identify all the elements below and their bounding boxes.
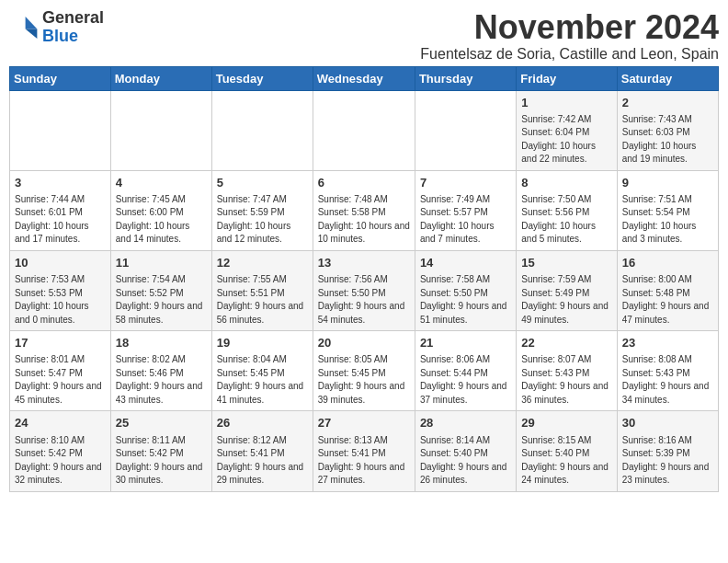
day-info: Sunrise: 8:16 AM Sunset: 5:39 PM Dayligh…: [622, 434, 713, 488]
day-number: 30: [622, 415, 713, 431]
day-number: 20: [318, 335, 410, 351]
day-info: Sunrise: 8:02 AM Sunset: 5:46 PM Dayligh…: [116, 353, 207, 407]
calendar-cell: 25Sunrise: 8:11 AM Sunset: 5:42 PM Dayli…: [110, 411, 211, 491]
calendar-week-row: 24Sunrise: 8:10 AM Sunset: 5:42 PM Dayli…: [10, 411, 719, 491]
calendar-week-row: 10Sunrise: 7:53 AM Sunset: 5:53 PM Dayli…: [10, 250, 719, 330]
day-info: Sunrise: 7:43 AM Sunset: 6:03 PM Dayligh…: [622, 113, 713, 167]
day-info: Sunrise: 7:59 AM Sunset: 5:49 PM Dayligh…: [521, 273, 611, 327]
calendar-cell: 3Sunrise: 7:44 AM Sunset: 6:01 PM Daylig…: [10, 170, 111, 250]
day-info: Sunrise: 7:56 AM Sunset: 5:50 PM Dayligh…: [318, 273, 410, 327]
weekday-header: Tuesday: [211, 66, 313, 90]
calendar-cell: 9Sunrise: 7:51 AM Sunset: 5:54 PM Daylig…: [617, 170, 718, 250]
calendar-cell: [211, 90, 313, 170]
svg-marker-0: [26, 17, 38, 29]
day-info: Sunrise: 7:49 AM Sunset: 5:57 PM Dayligh…: [420, 193, 511, 247]
calendar-cell: 19Sunrise: 8:04 AM Sunset: 5:45 PM Dayli…: [211, 331, 313, 411]
logo: General Blue: [9, 9, 104, 46]
day-info: Sunrise: 7:47 AM Sunset: 5:59 PM Dayligh…: [217, 193, 308, 247]
calendar-cell: 21Sunrise: 8:06 AM Sunset: 5:44 PM Dayli…: [415, 331, 516, 411]
weekday-header: Wednesday: [313, 66, 415, 90]
day-info: Sunrise: 8:14 AM Sunset: 5:40 PM Dayligh…: [420, 434, 511, 488]
calendar-cell: 20Sunrise: 8:05 AM Sunset: 5:45 PM Dayli…: [313, 331, 415, 411]
day-info: Sunrise: 8:08 AM Sunset: 5:43 PM Dayligh…: [622, 353, 713, 407]
weekday-header-row: SundayMondayTuesdayWednesdayThursdayFrid…: [10, 66, 719, 90]
day-number: 6: [318, 175, 410, 191]
day-number: 29: [521, 415, 611, 431]
day-number: 1: [521, 95, 611, 111]
title-area: November 2024 Fuentelsaz de Soria, Casti…: [420, 9, 719, 63]
day-number: 17: [15, 335, 106, 351]
day-info: Sunrise: 8:10 AM Sunset: 5:42 PM Dayligh…: [15, 434, 106, 488]
calendar-week-row: 3Sunrise: 7:44 AM Sunset: 6:01 PM Daylig…: [10, 170, 719, 250]
day-number: 18: [116, 335, 207, 351]
calendar-cell: 1Sunrise: 7:42 AM Sunset: 6:04 PM Daylig…: [517, 90, 617, 170]
day-info: Sunrise: 8:11 AM Sunset: 5:42 PM Dayligh…: [116, 434, 207, 488]
calendar-cell: 24Sunrise: 8:10 AM Sunset: 5:42 PM Dayli…: [10, 411, 111, 491]
day-number: 19: [217, 335, 308, 351]
day-number: 3: [15, 175, 106, 191]
day-number: 12: [217, 255, 308, 271]
month-year-title: November 2024: [420, 9, 719, 46]
day-info: Sunrise: 7:58 AM Sunset: 5:50 PM Dayligh…: [420, 273, 511, 327]
page-header: General Blue November 2024 Fuentelsaz de…: [9, 9, 719, 63]
day-number: 13: [318, 255, 410, 271]
calendar-week-row: 17Sunrise: 8:01 AM Sunset: 5:47 PM Dayli…: [10, 331, 719, 411]
calendar-cell: 16Sunrise: 8:00 AM Sunset: 5:48 PM Dayli…: [617, 250, 718, 330]
calendar-cell: 13Sunrise: 7:56 AM Sunset: 5:50 PM Dayli…: [313, 250, 415, 330]
day-number: 8: [521, 175, 611, 191]
day-number: 4: [116, 175, 207, 191]
day-number: 5: [217, 175, 308, 191]
calendar-cell: 22Sunrise: 8:07 AM Sunset: 5:43 PM Dayli…: [517, 331, 617, 411]
calendar-cell: [10, 90, 111, 170]
day-info: Sunrise: 7:50 AM Sunset: 5:56 PM Dayligh…: [521, 193, 611, 247]
day-number: 14: [420, 255, 511, 271]
day-number: 2: [622, 95, 713, 111]
day-number: 21: [420, 335, 511, 351]
calendar-cell: 15Sunrise: 7:59 AM Sunset: 5:49 PM Dayli…: [517, 250, 617, 330]
calendar-cell: 26Sunrise: 8:12 AM Sunset: 5:41 PM Dayli…: [211, 411, 313, 491]
calendar-cell: 12Sunrise: 7:55 AM Sunset: 5:51 PM Dayli…: [211, 250, 313, 330]
day-number: 10: [15, 255, 106, 271]
calendar-cell: 6Sunrise: 7:48 AM Sunset: 5:58 PM Daylig…: [313, 170, 415, 250]
day-info: Sunrise: 8:06 AM Sunset: 5:44 PM Dayligh…: [420, 353, 511, 407]
day-info: Sunrise: 7:53 AM Sunset: 5:53 PM Dayligh…: [15, 273, 106, 327]
calendar-cell: [313, 90, 415, 170]
day-info: Sunrise: 8:12 AM Sunset: 5:41 PM Dayligh…: [217, 434, 308, 488]
logo-text: General Blue: [42, 9, 104, 46]
calendar-cell: 14Sunrise: 7:58 AM Sunset: 5:50 PM Dayli…: [415, 250, 516, 330]
day-info: Sunrise: 7:45 AM Sunset: 6:00 PM Dayligh…: [116, 193, 207, 247]
day-info: Sunrise: 8:00 AM Sunset: 5:48 PM Dayligh…: [622, 273, 713, 327]
calendar-cell: 28Sunrise: 8:14 AM Sunset: 5:40 PM Dayli…: [415, 411, 516, 491]
calendar-table: SundayMondayTuesdayWednesdayThursdayFrid…: [9, 66, 719, 492]
weekday-header: Saturday: [617, 66, 718, 90]
day-info: Sunrise: 7:44 AM Sunset: 6:01 PM Dayligh…: [15, 193, 106, 247]
day-info: Sunrise: 8:04 AM Sunset: 5:45 PM Dayligh…: [217, 353, 308, 407]
calendar-cell: [415, 90, 516, 170]
svg-marker-1: [26, 29, 38, 38]
calendar-cell: 29Sunrise: 8:15 AM Sunset: 5:40 PM Dayli…: [517, 411, 617, 491]
day-info: Sunrise: 8:07 AM Sunset: 5:43 PM Dayligh…: [521, 353, 611, 407]
day-info: Sunrise: 7:42 AM Sunset: 6:04 PM Dayligh…: [521, 113, 611, 167]
day-info: Sunrise: 8:05 AM Sunset: 5:45 PM Dayligh…: [318, 353, 410, 407]
day-number: 27: [318, 415, 410, 431]
weekday-header: Sunday: [10, 66, 111, 90]
calendar-week-row: 1Sunrise: 7:42 AM Sunset: 6:04 PM Daylig…: [10, 90, 719, 170]
calendar-cell: 30Sunrise: 8:16 AM Sunset: 5:39 PM Dayli…: [617, 411, 718, 491]
calendar-cell: 27Sunrise: 8:13 AM Sunset: 5:41 PM Dayli…: [313, 411, 415, 491]
day-number: 15: [521, 255, 611, 271]
day-number: 22: [521, 335, 611, 351]
calendar-cell: 7Sunrise: 7:49 AM Sunset: 5:57 PM Daylig…: [415, 170, 516, 250]
calendar-cell: 17Sunrise: 8:01 AM Sunset: 5:47 PM Dayli…: [10, 331, 111, 411]
day-number: 7: [420, 175, 511, 191]
day-info: Sunrise: 7:54 AM Sunset: 5:52 PM Dayligh…: [116, 273, 207, 327]
day-number: 9: [622, 175, 713, 191]
calendar-cell: 10Sunrise: 7:53 AM Sunset: 5:53 PM Dayli…: [10, 250, 111, 330]
day-number: 25: [116, 415, 207, 431]
day-info: Sunrise: 8:13 AM Sunset: 5:41 PM Dayligh…: [318, 434, 410, 488]
calendar-cell: 4Sunrise: 7:45 AM Sunset: 6:00 PM Daylig…: [110, 170, 211, 250]
calendar-cell: 11Sunrise: 7:54 AM Sunset: 5:52 PM Dayli…: [110, 250, 211, 330]
calendar-cell: 18Sunrise: 8:02 AM Sunset: 5:46 PM Dayli…: [110, 331, 211, 411]
day-number: 11: [116, 255, 207, 271]
calendar-cell: 2Sunrise: 7:43 AM Sunset: 6:03 PM Daylig…: [617, 90, 718, 170]
day-info: Sunrise: 8:01 AM Sunset: 5:47 PM Dayligh…: [15, 353, 106, 407]
